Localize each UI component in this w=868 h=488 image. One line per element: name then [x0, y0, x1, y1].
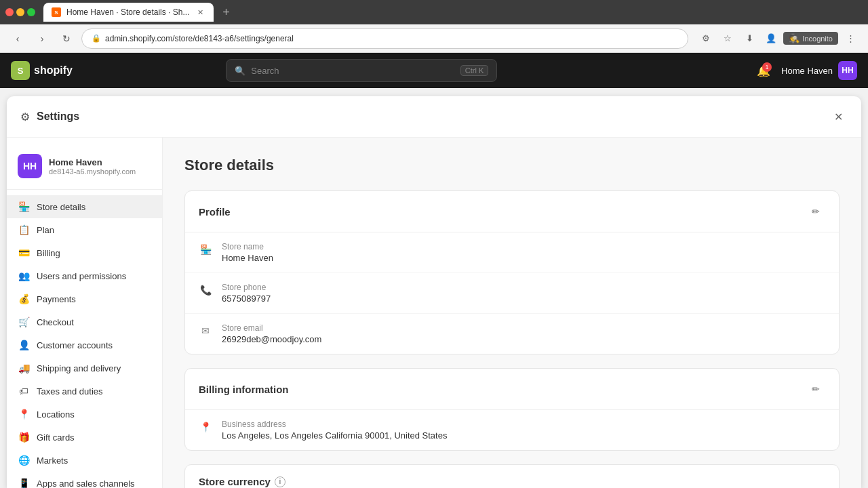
store-name-value: Home Haven: [222, 253, 273, 263]
active-tab[interactable]: S Home Haven · Store details · Sh... ✕: [43, 3, 214, 22]
business-address-row: 📍 Business address Los Angeles, Los Ange…: [185, 410, 839, 450]
gift-cards-icon: 🎁: [18, 431, 30, 443]
sidebar-item-taxes[interactable]: 🏷 Taxes and duties: [7, 380, 162, 403]
store-email-content: Store email 26929deb@moodjoy.com: [222, 323, 321, 344]
sidebar-item-plan[interactable]: 📋 Plan: [7, 218, 162, 241]
topbar-store-name: Home Haven: [781, 66, 833, 76]
store-switcher[interactable]: Home Haven HH: [781, 61, 857, 80]
sidebar-item-gift-cards[interactable]: 🎁 Gift cards: [7, 426, 162, 449]
store-email-value: 26929deb@moodjoy.com: [222, 334, 321, 344]
tab-title: Home Haven · Store details · Sh...: [66, 7, 189, 17]
profile-card-title: Profile: [199, 206, 231, 218]
settings-close-button[interactable]: ✕: [829, 107, 848, 126]
store-email-icon: ✉: [199, 324, 212, 338]
settings-gear-icon: ⚙: [20, 110, 30, 123]
shipping-icon: 🚚: [18, 362, 30, 374]
store-name-label: Store name: [222, 242, 273, 251]
sidebar-store-domain: de8143-a6.myshopify.com: [49, 167, 136, 176]
settings-body: HH Home Haven de8143-a6.myshopify.com 🏪 …: [7, 138, 861, 488]
shopify-logo-text: shopify: [34, 64, 73, 77]
sidebar-label-users: Users and permissions: [37, 271, 126, 281]
billing-card-title: Billing information: [199, 384, 289, 395]
sidebar-item-apps[interactable]: 📱 Apps and sales channels: [7, 472, 162, 488]
window-close[interactable]: [5, 8, 14, 16]
settings-header: ⚙ Settings ✕: [7, 96, 861, 138]
security-icon: 🔒: [92, 34, 101, 43]
sidebar-item-markets[interactable]: 🌐 Markets: [7, 449, 162, 472]
browser-titlebar: S Home Haven · Store details · Sh... ✕ +: [0, 0, 868, 24]
notifications-button[interactable]: 🔔 1: [753, 60, 774, 81]
sidebar-item-locations[interactable]: 📍 Locations: [7, 403, 162, 426]
sidebar-item-payments[interactable]: 💰 Payments: [7, 287, 162, 310]
store-phone-icon: 📞: [199, 283, 212, 297]
sidebar-store-name: Home Haven: [49, 157, 136, 167]
page-title: Store details: [184, 157, 840, 174]
search-bar[interactable]: 🔍 Search Ctrl K: [226, 59, 497, 82]
sidebar-label-payments: Payments: [37, 294, 76, 304]
plan-icon: 📋: [18, 224, 30, 236]
browser-navbar: ‹ › ↻ 🔒 admin.shopify.com/store/de8143-a…: [0, 24, 868, 53]
tab-close-btn[interactable]: ✕: [195, 7, 205, 18]
store-identity-info: Home Haven de8143-a6.myshopify.com: [49, 157, 136, 176]
store-email-row: ✉ Store email 26929deb@moodjoy.com: [185, 314, 839, 354]
reload-button[interactable]: ↻: [57, 29, 76, 48]
store-name-icon: 🏪: [199, 243, 212, 256]
sidebar-item-shipping[interactable]: 🚚 Shipping and delivery: [7, 357, 162, 380]
sidebar-label-billing: Billing: [37, 248, 60, 258]
window-maximize[interactable]: [27, 8, 35, 16]
profile-edit-button[interactable]: ✏: [806, 202, 825, 221]
sidebar-label-shipping: Shipping and delivery: [37, 363, 121, 373]
sidebar-label-gift-cards: Gift cards: [37, 432, 75, 443]
store-details-icon: 🏪: [18, 201, 30, 213]
shopify-logo: S shopify: [11, 61, 73, 80]
sidebar-label-checkout: Checkout: [37, 317, 74, 327]
store-phone-content: Store phone 6575089797: [222, 283, 271, 304]
topbar: S shopify 🔍 Search Ctrl K 🔔 1 Home Haven…: [0, 53, 868, 88]
store-phone-value: 6575089797: [222, 293, 271, 304]
sidebar-item-billing[interactable]: 💳 Billing: [7, 241, 162, 264]
markets-icon: 🌐: [18, 454, 30, 466]
downloads-btn[interactable]: ⬇: [740, 29, 759, 48]
taxes-icon: 🏷: [18, 385, 30, 397]
currency-info-icon[interactable]: i: [275, 476, 285, 487]
store-email-label: Store email: [222, 323, 321, 333]
sidebar-label-locations: Locations: [37, 409, 75, 420]
more-options-btn[interactable]: ⋮: [841, 29, 860, 48]
topbar-right: 🔔 1 Home Haven HH: [753, 60, 857, 81]
store-phone-row: 📞 Store phone 6575089797: [185, 273, 839, 314]
new-tab-button[interactable]: +: [216, 3, 235, 22]
store-identity: HH Home Haven de8143-a6.myshopify.com: [7, 148, 162, 190]
back-button[interactable]: ‹: [8, 29, 27, 48]
store-name-row: 🏪 Store name Home Haven: [185, 232, 839, 273]
notification-badge: 1: [762, 62, 772, 72]
billing-edit-button[interactable]: ✏: [806, 380, 825, 399]
sidebar-item-checkout[interactable]: 🛒 Checkout: [7, 310, 162, 333]
window-minimize[interactable]: [16, 8, 24, 16]
sidebar-label-apps: Apps and sales channels: [37, 479, 135, 489]
settings-overlay: ⚙ Settings ✕ HH Home Haven de8143-a6.mys…: [0, 88, 868, 488]
forward-button[interactable]: ›: [33, 29, 52, 48]
address-bar[interactable]: 🔒 admin.shopify.com/store/de8143-a6/sett…: [81, 28, 688, 49]
sidebar-item-store-details[interactable]: 🏪 Store details: [7, 195, 162, 218]
currency-title: Store currency i: [199, 476, 825, 487]
sidebar-label-taxes: Taxes and duties: [37, 386, 103, 396]
profile-btn[interactable]: 👤: [762, 29, 781, 48]
sidebar-item-users[interactable]: 👥 Users and permissions: [7, 264, 162, 287]
payments-icon: 💰: [18, 293, 30, 305]
bookmark-btn[interactable]: ☆: [718, 29, 737, 48]
sidebar-item-customer-accounts[interactable]: 👤 Customer accounts: [7, 333, 162, 357]
search-shortcut: Ctrl K: [460, 65, 489, 76]
search-placeholder: Search: [251, 66, 279, 76]
business-address-icon: 📍: [199, 420, 212, 434]
store-avatar: HH: [838, 61, 857, 80]
extensions-btn[interactable]: ⚙: [696, 29, 715, 48]
settings-modal: ⚙ Settings ✕ HH Home Haven de8143-a6.mys…: [7, 96, 861, 488]
store-phone-label: Store phone: [222, 283, 271, 292]
settings-title: Settings: [37, 110, 79, 123]
business-address-content: Business address Los Angeles, Los Angele…: [222, 420, 447, 441]
business-address-value: Los Angeles, Los Angeles California 9000…: [222, 430, 447, 441]
currency-header: Store currency i: [185, 465, 839, 488]
sidebar-label-markets: Markets: [37, 455, 68, 466]
store-name-content: Store name Home Haven: [222, 242, 273, 263]
locations-icon: 📍: [18, 408, 30, 420]
